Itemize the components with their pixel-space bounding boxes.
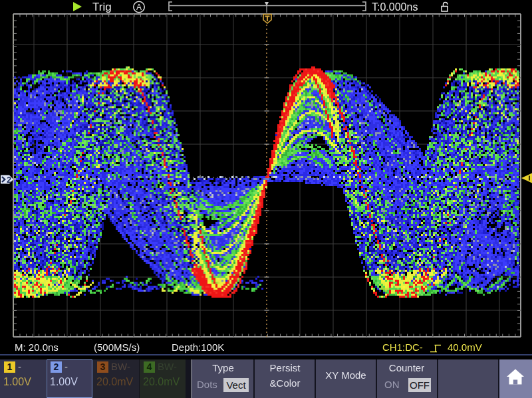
svg-text:2: 2	[7, 175, 11, 185]
